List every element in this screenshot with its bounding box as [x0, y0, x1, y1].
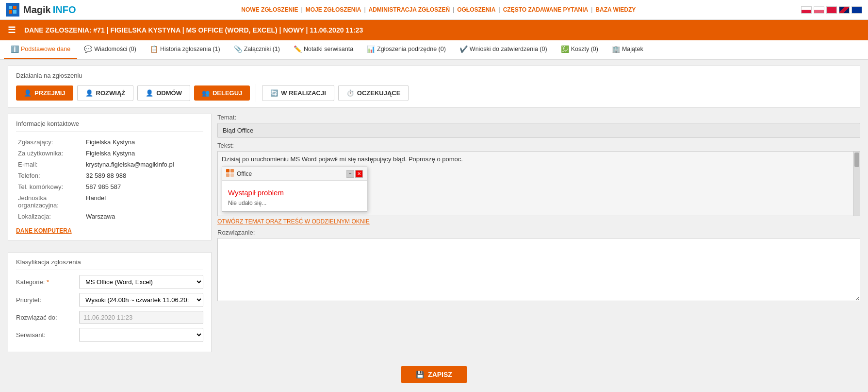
- svg-rect-7: [230, 173, 234, 177]
- main-content: Działania na zgłoszeniu 👤 PRZEJMIJ 👤 ROZ…: [0, 60, 868, 392]
- header-bar: ☰ DANE ZGŁOSZENIA: #71 | FIGIELSKA KYSTY…: [0, 20, 868, 40]
- flag-pl2[interactable]: [814, 6, 824, 14]
- deleguj-button[interactable]: 👥 DELEGUJ: [194, 85, 250, 101]
- tab-icon-wiadomosci: 💬: [84, 45, 92, 53]
- contact-row-jednostka: Jednostka organizacyjna: Handel: [16, 192, 203, 211]
- rozwiazac-value: 11.06.2020 11:23: [79, 311, 203, 324]
- scrollbar-thumb: [854, 153, 859, 167]
- label-zglaszajacy: Zgłaszający:: [16, 136, 84, 148]
- value-telefon: 32 589 88 988: [84, 170, 203, 181]
- tekst-scrollbar[interactable]: [853, 152, 860, 216]
- tab-historia[interactable]: 📋 Historia zgłoszenia (1): [143, 40, 227, 59]
- przejmij-button[interactable]: 👤 PRZEJMIJ: [16, 85, 73, 101]
- office-error-title: Wystąpił problem: [228, 188, 361, 197]
- nav-admin-tickets[interactable]: ADMINISTRACJA ZGŁOSZEŃ: [369, 6, 450, 13]
- priorytet-label: Priorytet:: [16, 296, 79, 304]
- tab-podstawowe-dane[interactable]: ℹ️ Podstawowe dane: [4, 40, 77, 59]
- svg-rect-3: [13, 10, 16, 14]
- contact-row-komorkowy: Tel. komórkowy: 587 985 587: [16, 181, 203, 192]
- nav-faq[interactable]: CZĘSTO ZADAWANE PYTANIA: [503, 6, 589, 13]
- flag-gb[interactable]: [839, 6, 850, 14]
- contact-table: Zgłaszający: Figielska Kystyna Za użytko…: [16, 136, 203, 222]
- w-realizacji-button[interactable]: 🔄 W REALIZACJI: [262, 85, 334, 101]
- nav-announcements[interactable]: OGŁOSZENIA: [457, 6, 495, 13]
- office-title-left: Office: [226, 169, 252, 178]
- tab-wnioski[interactable]: ✔️ Wnioski do zatwierdzenia (0): [453, 40, 554, 59]
- przejmij-icon: 👤: [24, 89, 32, 97]
- label-komorkowy: Tel. komórkowy:: [16, 181, 84, 192]
- value-zauzytkownika: Figielska Kystyna: [84, 148, 203, 159]
- office-dialog-titlebar: Office − ✕: [222, 167, 367, 181]
- label-zauzytkownika: Za użytkownika:: [16, 148, 84, 159]
- actions-title: Działania na zgłoszeniu: [16, 72, 852, 79]
- tabs-row: ℹ️ Podstawowe dane 💬 Wiadomości (0) 📋 Hi…: [0, 40, 868, 60]
- btn-separator: [256, 84, 256, 102]
- contact-section: Informacje kontaktowe Zgłaszający: Figie…: [8, 114, 212, 240]
- rozwiazac-label: Rozwiązać do:: [16, 314, 79, 321]
- left-column: Informacje kontaktowe Zgłaszający: Figie…: [8, 114, 212, 358]
- tab-notatki[interactable]: ✏️ Notatki serwisanta: [287, 40, 360, 59]
- top-nav: MagikINFO NOWE ZGŁOSZENIE | MOJE ZGŁOSZE…: [0, 0, 868, 20]
- two-column-layout: Informacje kontaktowe Zgłaszający: Figie…: [8, 114, 860, 358]
- language-flags: [801, 6, 862, 14]
- realizacji-icon: 🔄: [270, 89, 278, 97]
- office-close-btn[interactable]: ✕: [355, 170, 363, 178]
- nav-links: NOWE ZGŁOSZENIE | MOJE ZGŁOSZENIA | ADMI…: [241, 6, 636, 13]
- actions-section: Działania na zgłoszeniu 👤 PRZEJMIJ 👤 ROZ…: [8, 66, 860, 108]
- nav-my-tickets[interactable]: MOJE ZGŁOSZENIA: [306, 6, 361, 13]
- office-minimize-btn[interactable]: −: [346, 170, 354, 178]
- tab-koszty[interactable]: 💹 Koszty (0): [554, 40, 605, 59]
- tab-majatek[interactable]: 🏢 Majątek: [605, 40, 650, 59]
- kategorie-label: Kategorie: *: [16, 278, 79, 286]
- svg-rect-5: [230, 169, 234, 172]
- kategorie-select[interactable]: MS Office (Word, Excel): [79, 275, 203, 289]
- deleguj-icon: 👥: [202, 89, 210, 97]
- rozwiazanie-textarea[interactable]: [217, 238, 860, 301]
- svg-rect-0: [9, 6, 12, 9]
- value-komorkowy: 587 985 587: [84, 181, 203, 192]
- tab-icon-koszty: 💹: [561, 45, 569, 53]
- flag-eu[interactable]: [852, 6, 862, 14]
- kategorie-row: Kategorie: * MS Office (Word, Excel): [16, 275, 203, 289]
- value-jednostka: Handel: [84, 192, 203, 211]
- serwisant-select[interactable]: [79, 328, 203, 342]
- tab-icon-wnioski: ✔️: [459, 45, 468, 53]
- office-dialog-name: Office: [237, 170, 252, 177]
- flag-pl[interactable]: [801, 6, 812, 14]
- flag-red[interactable]: [826, 6, 837, 14]
- tab-zalaczniki[interactable]: 📎 Załączniki (1): [227, 40, 287, 59]
- classification-title: Klasyfikacja zgłoszenia: [16, 258, 203, 270]
- office-error-text: Nie udało się...: [228, 200, 361, 206]
- logo: MagikINFO: [6, 3, 76, 17]
- hamburger-menu[interactable]: ☰: [8, 25, 16, 35]
- required-star: *: [47, 278, 49, 286]
- office-dialog: Office − ✕ Wystąpił problem Nie udało si…: [222, 167, 367, 212]
- priorytet-select[interactable]: Wysoki (24.00h ~ czwartek 11.06.20:: [79, 293, 203, 307]
- nav-knowledge[interactable]: BAZA WIEDZY: [595, 6, 636, 13]
- tekst-area: Dzisiaj po uruchomieniu MS Word pojawił …: [217, 151, 860, 216]
- tab-podrzedne[interactable]: 📊 Zgłoszenia podrzędne (0): [360, 40, 453, 59]
- save-button[interactable]: 💾 ZAPISZ: [401, 366, 467, 383]
- odmow-button[interactable]: 👤 ODMÓW: [137, 85, 190, 101]
- oczekujace-button[interactable]: ⏱️ OCZEKUJĄCE: [338, 85, 409, 101]
- save-icon: 💾: [416, 371, 424, 378]
- serwisant-row: Serwisant:: [16, 328, 203, 342]
- label-telefon: Telefon:: [16, 170, 84, 181]
- tab-wiadomosci[interactable]: 💬 Wiadomości (0): [77, 40, 143, 59]
- rozwiaz-button[interactable]: 👤 ROZWIĄŻ: [77, 85, 134, 101]
- value-email: krystyna.figielska@magikinfo.pl: [84, 159, 203, 170]
- nav-new-ticket[interactable]: NOWE ZGŁOSZENIE: [241, 6, 298, 13]
- rozwiazac-row: Rozwiązać do: 11.06.2020 11:23: [16, 311, 203, 324]
- open-separate-window-link[interactable]: OTWÓRZ TEMAT ORAZ TREŚĆ W ODDZIELNYM OKN…: [217, 218, 370, 225]
- save-row: 💾 ZAPISZ: [8, 358, 860, 387]
- tab-icon-zalaczniki: 📎: [234, 45, 242, 53]
- label-lokalizacja: Lokalizacja:: [16, 211, 84, 222]
- contact-row-zglaszajacy: Zgłaszający: Figielska Kystyna: [16, 136, 203, 148]
- contact-row-telefon: Telefon: 32 589 88 988: [16, 170, 203, 181]
- oczekujace-icon: ⏱️: [346, 89, 354, 97]
- dane-komputera-link[interactable]: DANE KOMPUTERA: [16, 227, 72, 234]
- odmow-icon: 👤: [146, 89, 153, 97]
- contact-row-zauzytkownika: Za użytkownika: Figielska Kystyna: [16, 148, 203, 159]
- tab-icon-podstawowe: ℹ️: [11, 45, 19, 53]
- contact-row-email: E-mail: krystyna.figielska@magikinfo.pl: [16, 159, 203, 170]
